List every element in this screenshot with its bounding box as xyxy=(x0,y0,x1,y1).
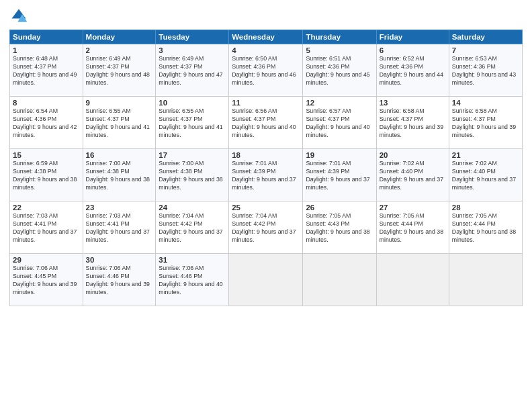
day-number: 22 xyxy=(13,203,80,212)
calendar-week-row: 29Sunrise: 7:06 AMSunset: 4:45 PMDayligh… xyxy=(10,254,523,306)
day-number: 26 xyxy=(306,203,373,212)
cell-details: Sunrise: 6:52 AMSunset: 4:36 PMDaylight:… xyxy=(380,55,446,87)
day-number: 29 xyxy=(13,256,80,264)
day-of-week-header: Wednesday xyxy=(229,30,303,44)
calendar-cell: 26Sunrise: 7:05 AMSunset: 4:43 PMDayligh… xyxy=(303,201,376,254)
cell-details: Sunrise: 7:04 AMSunset: 4:42 PMDaylight:… xyxy=(232,212,300,244)
calendar-cell: 22Sunrise: 7:03 AMSunset: 4:41 PMDayligh… xyxy=(10,201,83,254)
day-number: 24 xyxy=(159,203,226,212)
cell-details: Sunrise: 6:49 AMSunset: 4:37 PMDaylight:… xyxy=(86,55,153,87)
cell-details: Sunrise: 7:00 AMSunset: 4:38 PMDaylight:… xyxy=(159,160,226,192)
day-number: 13 xyxy=(380,99,446,107)
calendar-cell: 24Sunrise: 7:04 AMSunset: 4:42 PMDayligh… xyxy=(156,201,229,254)
day-number: 14 xyxy=(452,99,519,107)
cell-details: Sunrise: 6:54 AMSunset: 4:36 PMDaylight:… xyxy=(13,107,80,140)
day-number: 28 xyxy=(452,203,519,212)
cell-details: Sunrise: 6:56 AMSunset: 4:37 PMDaylight:… xyxy=(232,107,300,140)
calendar-cell: 16Sunrise: 7:00 AMSunset: 4:38 PMDayligh… xyxy=(83,149,156,201)
day-number: 2 xyxy=(86,46,153,54)
calendar-cell: 11Sunrise: 6:56 AMSunset: 4:37 PMDayligh… xyxy=(229,97,303,149)
cell-details: Sunrise: 6:58 AMSunset: 4:37 PMDaylight:… xyxy=(380,107,446,140)
cell-details: Sunrise: 6:53 AMSunset: 4:36 PMDaylight:… xyxy=(452,55,519,87)
cell-details: Sunrise: 7:01 AMSunset: 4:39 PMDaylight:… xyxy=(306,160,373,192)
day-number: 31 xyxy=(159,256,226,264)
day-number: 21 xyxy=(452,151,519,159)
day-number: 25 xyxy=(232,203,300,212)
calendar-cell: 18Sunrise: 7:01 AMSunset: 4:39 PMDayligh… xyxy=(229,149,303,201)
calendar-cell: 9Sunrise: 6:55 AMSunset: 4:37 PMDaylight… xyxy=(83,97,156,149)
calendar-cell: 19Sunrise: 7:01 AMSunset: 4:39 PMDayligh… xyxy=(303,149,376,201)
day-of-week-header: Saturday xyxy=(449,30,522,44)
cell-details: Sunrise: 6:50 AMSunset: 4:36 PMDaylight:… xyxy=(232,55,300,87)
calendar-week-row: 8Sunrise: 6:54 AMSunset: 4:36 PMDaylight… xyxy=(10,97,523,149)
day-of-week-header: Sunday xyxy=(10,30,83,44)
calendar-cell: 6Sunrise: 6:52 AMSunset: 4:36 PMDaylight… xyxy=(376,44,449,97)
calendar-cell: 20Sunrise: 7:02 AMSunset: 4:40 PMDayligh… xyxy=(376,149,449,201)
cell-details: Sunrise: 7:03 AMSunset: 4:41 PMDaylight:… xyxy=(13,212,80,244)
day-number: 23 xyxy=(86,203,153,212)
calendar-cell xyxy=(449,254,522,306)
day-number: 20 xyxy=(380,151,446,159)
cell-details: Sunrise: 7:05 AMSunset: 4:44 PMDaylight:… xyxy=(452,212,519,244)
calendar-cell: 15Sunrise: 6:59 AMSunset: 4:38 PMDayligh… xyxy=(10,149,83,201)
calendar-cell: 21Sunrise: 7:02 AMSunset: 4:40 PMDayligh… xyxy=(449,149,522,201)
day-of-week-header: Tuesday xyxy=(156,30,229,44)
calendar-cell: 3Sunrise: 6:49 AMSunset: 4:37 PMDaylight… xyxy=(156,44,229,97)
day-number: 27 xyxy=(380,203,446,212)
day-number: 7 xyxy=(452,46,519,54)
calendar-cell: 14Sunrise: 6:58 AMSunset: 4:37 PMDayligh… xyxy=(449,97,522,149)
calendar-week-row: 15Sunrise: 6:59 AMSunset: 4:38 PMDayligh… xyxy=(10,149,523,201)
day-number: 5 xyxy=(306,46,373,54)
calendar-cell xyxy=(376,254,449,306)
calendar-header-row: SundayMondayTuesdayWednesdayThursdayFrid… xyxy=(10,30,523,44)
cell-details: Sunrise: 7:03 AMSunset: 4:41 PMDaylight:… xyxy=(86,212,153,244)
day-number: 15 xyxy=(13,151,80,159)
day-number: 1 xyxy=(13,46,80,54)
calendar-table: SundayMondayTuesdayWednesdayThursdayFrid… xyxy=(9,30,523,306)
calendar-cell: 25Sunrise: 7:04 AMSunset: 4:42 PMDayligh… xyxy=(229,201,303,254)
cell-details: Sunrise: 7:00 AMSunset: 4:38 PMDaylight:… xyxy=(86,160,153,192)
calendar-cell: 4Sunrise: 6:50 AMSunset: 4:36 PMDaylight… xyxy=(229,44,303,97)
calendar-cell: 13Sunrise: 6:58 AMSunset: 4:37 PMDayligh… xyxy=(376,97,449,149)
cell-details: Sunrise: 6:48 AMSunset: 4:37 PMDaylight:… xyxy=(13,55,80,87)
logo-icon xyxy=(9,7,28,26)
cell-details: Sunrise: 6:49 AMSunset: 4:37 PMDaylight:… xyxy=(159,55,226,87)
calendar-cell: 8Sunrise: 6:54 AMSunset: 4:36 PMDaylight… xyxy=(10,97,83,149)
day-number: 30 xyxy=(86,256,153,264)
calendar-cell: 2Sunrise: 6:49 AMSunset: 4:37 PMDaylight… xyxy=(83,44,156,97)
day-number: 10 xyxy=(159,99,226,107)
cell-details: Sunrise: 7:02 AMSunset: 4:40 PMDaylight:… xyxy=(452,160,519,192)
calendar-cell: 23Sunrise: 7:03 AMSunset: 4:41 PMDayligh… xyxy=(83,201,156,254)
calendar-cell: 12Sunrise: 6:57 AMSunset: 4:37 PMDayligh… xyxy=(303,97,376,149)
calendar-cell xyxy=(303,254,376,306)
day-number: 17 xyxy=(159,151,226,159)
cell-details: Sunrise: 7:05 AMSunset: 4:44 PMDaylight:… xyxy=(380,212,446,244)
cell-details: Sunrise: 6:58 AMSunset: 4:37 PMDaylight:… xyxy=(452,107,519,140)
calendar-cell: 28Sunrise: 7:05 AMSunset: 4:44 PMDayligh… xyxy=(449,201,522,254)
cell-details: Sunrise: 6:55 AMSunset: 4:37 PMDaylight:… xyxy=(86,107,153,140)
day-of-week-header: Monday xyxy=(83,30,156,44)
day-number: 19 xyxy=(306,151,373,159)
calendar-cell: 10Sunrise: 6:55 AMSunset: 4:37 PMDayligh… xyxy=(156,97,229,149)
logo xyxy=(9,7,31,26)
day-of-week-header: Thursday xyxy=(303,30,376,44)
cell-details: Sunrise: 7:04 AMSunset: 4:42 PMDaylight:… xyxy=(159,212,226,244)
day-number: 16 xyxy=(86,151,153,159)
calendar-cell: 29Sunrise: 7:06 AMSunset: 4:45 PMDayligh… xyxy=(10,254,83,306)
calendar-cell: 1Sunrise: 6:48 AMSunset: 4:37 PMDaylight… xyxy=(10,44,83,97)
calendar-cell: 27Sunrise: 7:05 AMSunset: 4:44 PMDayligh… xyxy=(376,201,449,254)
cell-details: Sunrise: 6:51 AMSunset: 4:36 PMDaylight:… xyxy=(306,55,373,87)
day-number: 9 xyxy=(86,99,153,107)
day-number: 11 xyxy=(232,99,300,107)
cell-details: Sunrise: 7:02 AMSunset: 4:40 PMDaylight:… xyxy=(380,160,446,192)
calendar-week-row: 1Sunrise: 6:48 AMSunset: 4:37 PMDaylight… xyxy=(10,44,523,97)
day-of-week-header: Friday xyxy=(376,30,449,44)
day-number: 12 xyxy=(306,99,373,107)
cell-details: Sunrise: 6:55 AMSunset: 4:37 PMDaylight:… xyxy=(159,107,226,140)
calendar-cell: 30Sunrise: 7:06 AMSunset: 4:46 PMDayligh… xyxy=(83,254,156,306)
page: SundayMondayTuesdayWednesdayThursdayFrid… xyxy=(0,0,532,411)
calendar-cell: 17Sunrise: 7:00 AMSunset: 4:38 PMDayligh… xyxy=(156,149,229,201)
cell-details: Sunrise: 7:06 AMSunset: 4:46 PMDaylight:… xyxy=(159,265,226,297)
calendar-cell: 31Sunrise: 7:06 AMSunset: 4:46 PMDayligh… xyxy=(156,254,229,306)
cell-details: Sunrise: 7:06 AMSunset: 4:45 PMDaylight:… xyxy=(13,265,80,297)
